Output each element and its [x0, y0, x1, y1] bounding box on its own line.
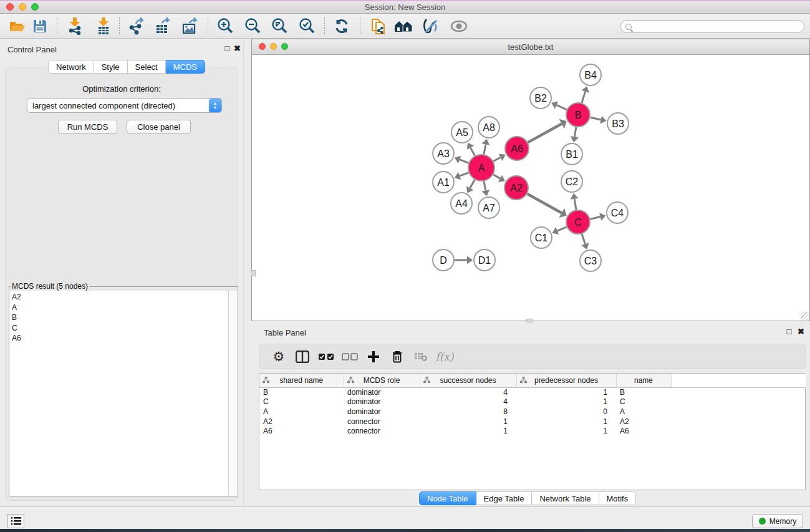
import-network-icon[interactable]: [64, 16, 86, 36]
column-header-MCDS-role[interactable]: MCDS role: [344, 374, 420, 387]
table-row[interactable]: A2connector11A2: [259, 417, 806, 427]
cell-shared-name[interactable]: C: [259, 397, 344, 407]
criterion-dropdown[interactable]: largest connected component (directed) ▲…: [27, 98, 222, 113]
edge-A-A4[interactable]: [470, 180, 475, 188]
table-row[interactable]: Bdominator41B: [259, 387, 806, 397]
cell-name[interactable]: A2: [616, 417, 671, 427]
delete-table-icon[interactable]: [409, 346, 433, 367]
cell-shared-name[interactable]: A2: [259, 417, 344, 427]
close-table-panel-icon[interactable]: ✖: [797, 327, 805, 336]
cell-shared-name[interactable]: B: [259, 387, 344, 397]
edge-C-C3[interactable]: [582, 234, 585, 244]
result-list-scrollbar[interactable]: [228, 291, 238, 496]
table-row[interactable]: Adominator80A: [259, 407, 806, 417]
table-row[interactable]: A6connector11A6: [259, 426, 806, 436]
column-header-predecessor-nodes[interactable]: predecessor nodes: [516, 374, 616, 387]
cell-successor-nodes[interactable]: 4: [420, 397, 516, 407]
function-builder-icon[interactable]: f(x): [433, 346, 456, 367]
cell-predecessor-nodes[interactable]: 0: [516, 407, 616, 417]
tab-motifs[interactable]: Motifs: [599, 491, 637, 505]
edge-A-A7[interactable]: [484, 181, 486, 191]
unselect-all-columns-icon[interactable]: [338, 346, 362, 367]
cell-shared-name[interactable]: A: [259, 407, 344, 417]
table-row[interactable]: Cdominator41C: [259, 397, 806, 407]
cell-predecessor-nodes[interactable]: 1: [516, 417, 616, 427]
canvas-left-handle[interactable]: [251, 270, 256, 276]
show-columns-icon[interactable]: [291, 346, 314, 367]
cell-MCDS-role[interactable]: dominator: [344, 397, 420, 407]
zoom-out-icon[interactable]: [241, 16, 264, 36]
tab-mcds[interactable]: MCDS: [166, 60, 205, 74]
cell-successor-nodes[interactable]: 1: [420, 417, 516, 427]
cell-MCDS-role[interactable]: dominator: [344, 387, 420, 397]
edge-A-A6[interactable]: [493, 157, 500, 161]
column-header-name[interactable]: name: [616, 374, 671, 387]
cell-name[interactable]: A: [616, 407, 671, 417]
tab-network[interactable]: Network: [48, 60, 94, 74]
edge-A-A8[interactable]: [484, 145, 486, 155]
window-resize-grip[interactable]: [801, 312, 809, 320]
search-input[interactable]: [632, 21, 804, 32]
result-list-item[interactable]: B: [12, 312, 228, 323]
edge-B-B3[interactable]: [591, 117, 601, 120]
open-file-icon[interactable]: [6, 16, 29, 36]
create-column-icon[interactable]: [362, 346, 385, 367]
tab-style[interactable]: Style: [94, 60, 128, 74]
delete-column-icon[interactable]: [385, 346, 409, 367]
table-settings-icon[interactable]: ⚙: [267, 346, 291, 367]
edge-A2-C[interactable]: [527, 194, 561, 213]
clone-network-icon[interactable]: [367, 16, 390, 36]
zoom-selected-icon[interactable]: [296, 16, 318, 36]
task-history-button[interactable]: [7, 514, 24, 528]
eye-icon[interactable]: [448, 16, 470, 36]
network-canvas[interactable]: B4B2BB3A8A5A6A3B1AC2A1A2A4A7C4CC1DD1C3: [252, 55, 809, 321]
edge-A-A1[interactable]: [460, 173, 468, 176]
result-list-item[interactable]: C: [12, 323, 228, 334]
edge-B-B4[interactable]: [582, 92, 586, 103]
zoom-fit-icon[interactable]: [268, 16, 291, 36]
cell-MCDS-role[interactable]: dominator: [344, 407, 420, 417]
tab-node-table[interactable]: Node Table: [419, 491, 476, 505]
cell-successor-nodes[interactable]: 1: [420, 426, 516, 436]
cell-MCDS-role[interactable]: connector: [344, 417, 420, 427]
export-table-icon[interactable]: [152, 16, 174, 36]
result-list-item[interactable]: A2: [12, 292, 228, 302]
refresh-icon[interactable]: [330, 16, 353, 36]
edge-A-A2[interactable]: [493, 175, 500, 178]
edge-C-C4[interactable]: [590, 216, 600, 219]
save-session-icon[interactable]: [29, 16, 51, 36]
result-list-item[interactable]: A: [12, 302, 228, 313]
node-table[interactable]: shared nameMCDS rolesuccessor nodesprede…: [259, 373, 806, 490]
run-mcds-button[interactable]: Run MCDS: [58, 120, 117, 134]
memory-button[interactable]: Memory: [752, 514, 803, 528]
cell-successor-nodes[interactable]: 8: [420, 407, 516, 417]
edge-C-C1[interactable]: [557, 227, 567, 231]
float-panel-icon[interactable]: □: [223, 44, 231, 52]
cell-predecessor-nodes[interactable]: 1: [516, 426, 616, 436]
select-all-columns-icon[interactable]: [314, 346, 338, 367]
canvas-bottom-handle[interactable]: [526, 319, 533, 322]
tab-network-table[interactable]: Network Table: [532, 491, 599, 505]
export-network-icon[interactable]: [125, 16, 147, 36]
export-image-icon[interactable]: [178, 16, 201, 36]
mcds-result-list[interactable]: A2ABCA6: [9, 291, 238, 496]
network-overview-icon[interactable]: [392, 16, 415, 36]
edge-A6-B[interactable]: [528, 123, 562, 142]
cell-successor-nodes[interactable]: 4: [420, 387, 516, 397]
edge-B-B2[interactable]: [557, 105, 567, 109]
cell-MCDS-role[interactable]: connector: [344, 426, 420, 436]
toggle-graphics-details-icon[interactable]: [419, 16, 441, 36]
cell-predecessor-nodes[interactable]: 1: [516, 397, 616, 407]
search-box[interactable]: [620, 20, 804, 33]
edge-B-B1[interactable]: [574, 127, 576, 137]
edge-A-A5[interactable]: [470, 148, 475, 156]
close-panel-icon[interactable]: ✖: [233, 44, 241, 52]
edge-A-A3[interactable]: [460, 160, 468, 163]
result-list-item[interactable]: A6: [12, 333, 228, 344]
edge-C-C2[interactable]: [574, 199, 576, 210]
tab-select[interactable]: Select: [128, 60, 166, 74]
float-table-panel-icon[interactable]: □: [785, 327, 793, 336]
cell-shared-name[interactable]: A6: [259, 426, 344, 436]
cell-name[interactable]: C: [616, 397, 671, 407]
zoom-in-icon[interactable]: [214, 16, 236, 36]
